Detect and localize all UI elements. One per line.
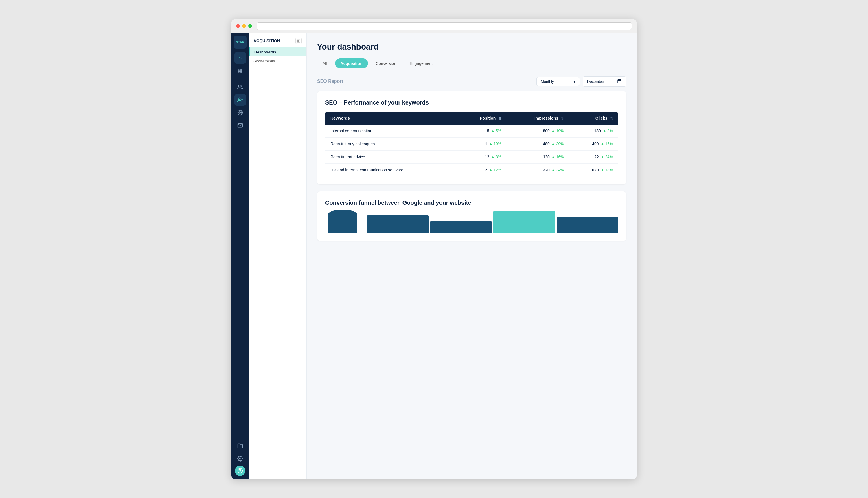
- cell-position: 5 ▲ 5%: [456, 124, 506, 137]
- nav-useradd-icon[interactable]: [234, 94, 246, 106]
- tab-conversion[interactable]: Conversion: [370, 58, 402, 68]
- nav-settings-icon[interactable]: [234, 453, 246, 464]
- tab-all[interactable]: All: [317, 58, 333, 68]
- impressions-change: ▲ 16%: [552, 155, 564, 159]
- nav-divider: [236, 79, 244, 79]
- svg-point-6: [240, 112, 241, 113]
- col-header-position[interactable]: Position ⇅: [456, 112, 506, 124]
- impressions-change: ▲ 24%: [552, 168, 564, 172]
- seo-table-body: Internal communication 5 ▲ 5% 800 ▲ 10% …: [325, 124, 618, 176]
- nav-users-icon[interactable]: [234, 81, 246, 93]
- seo-table: Keywords Position ⇅ Impressions ⇅: [325, 112, 618, 176]
- sort-position-icon: ⇅: [499, 117, 501, 120]
- address-bar[interactable]: [257, 22, 632, 30]
- cell-clicks: 22 ▲ 24%: [569, 150, 618, 163]
- table-header-row: Keywords Position ⇅ Impressions ⇅: [325, 112, 618, 124]
- cell-clicks: 400 ▲ 16%: [569, 137, 618, 150]
- clicks-change: ▲ 24%: [601, 155, 613, 159]
- position-change: ▲ 8%: [491, 155, 501, 159]
- impressions-change: ▲ 10%: [552, 129, 564, 133]
- cell-keyword: Recruit funny colleagues: [325, 137, 456, 150]
- cell-impressions: 800 ▲ 10%: [506, 124, 569, 137]
- frequency-value: Monthly: [541, 79, 554, 84]
- svg-point-0: [239, 85, 241, 87]
- clicks-change: ▲ 18%: [601, 168, 613, 172]
- close-dot[interactable]: [236, 24, 240, 28]
- maximize-dot[interactable]: [248, 24, 252, 28]
- cell-position: 1 ▲ 10%: [456, 137, 506, 150]
- minimize-dot[interactable]: [242, 24, 246, 28]
- seo-section-title: SEO Report: [317, 79, 343, 84]
- cell-clicks: 620 ▲ 18%: [569, 163, 618, 176]
- nav-mail-icon[interactable]: [234, 120, 246, 131]
- tab-engagement[interactable]: Engagement: [404, 58, 438, 68]
- calendar-icon: [617, 79, 622, 84]
- position-change: ▲ 5%: [491, 129, 501, 133]
- sidebar-item-dashboards[interactable]: Dashboards: [249, 48, 307, 56]
- cell-keyword: Recruitment advice: [325, 150, 456, 163]
- nav-folder-icon[interactable]: [234, 440, 246, 452]
- col-header-clicks[interactable]: Clicks ⇅: [569, 112, 618, 124]
- icon-nav: STAR ⌂ ▦: [231, 33, 249, 479]
- seo-card-title: SEO – Performance of your keywords: [325, 99, 618, 106]
- funnel-chart: [325, 210, 360, 233]
- col-header-keywords: Keywords: [325, 112, 456, 124]
- frequency-dropdown[interactable]: Monthly ▾: [537, 77, 580, 86]
- nav-profile-icon[interactable]: [235, 466, 245, 476]
- impressions-change: ▲ 20%: [552, 142, 564, 146]
- conversion-card-title: Conversion funnel between Google and you…: [325, 199, 618, 206]
- app-layout: STAR ⌂ ▦: [231, 33, 637, 479]
- svg-point-5: [239, 111, 242, 114]
- sidebar-title: ACQUISITION ◧: [249, 38, 307, 48]
- seo-keywords-card: SEO – Performance of your keywords Keywo…: [317, 91, 626, 184]
- seo-report-header: SEO Report Monthly ▾ December: [317, 76, 626, 87]
- svg-rect-10: [618, 79, 621, 83]
- clicks-change: ▲ 8%: [603, 129, 613, 133]
- cell-position: 12 ▲ 8%: [456, 150, 506, 163]
- cell-impressions: 1220 ▲ 24%: [506, 163, 569, 176]
- table-row: Internal communication 5 ▲ 5% 800 ▲ 10% …: [325, 124, 618, 137]
- sidebar-collapse-button[interactable]: ◧: [295, 38, 302, 44]
- nav-home-icon[interactable]: ⌂: [234, 52, 246, 64]
- chevron-down-icon: ▾: [573, 79, 575, 84]
- sort-impressions-icon: ⇅: [561, 117, 564, 120]
- nav-dashboard-icon[interactable]: ▦: [234, 65, 246, 76]
- cell-impressions: 480 ▲ 20%: [506, 137, 569, 150]
- sidebar-item-social-media[interactable]: Social media: [249, 56, 307, 65]
- app-logo: STAR: [234, 36, 246, 49]
- clicks-change: ▲ 16%: [601, 142, 613, 146]
- browser-toolbar: [231, 19, 637, 33]
- svg-point-9: [240, 469, 241, 471]
- date-dropdown[interactable]: December: [583, 76, 626, 87]
- cell-keyword: Internal communication: [325, 124, 456, 137]
- cell-clicks: 180 ▲ 8%: [569, 124, 618, 137]
- position-change: ▲ 12%: [489, 168, 501, 172]
- conversion-card: Conversion funnel between Google and you…: [317, 192, 626, 241]
- table-row: Recruit funny colleagues 1 ▲ 10% 480 ▲ 2…: [325, 137, 618, 150]
- table-row: HR and internal communication software 2…: [325, 163, 618, 176]
- svg-point-1: [239, 97, 241, 100]
- col-header-impressions[interactable]: Impressions ⇅: [506, 112, 569, 124]
- sort-clicks-icon: ⇅: [610, 117, 613, 120]
- cell-impressions: 130 ▲ 16%: [506, 150, 569, 163]
- icon-nav-bottom: [234, 440, 246, 479]
- date-value: December: [587, 79, 605, 84]
- sidebar: ACQUISITION ◧ Dashboards Social media: [249, 33, 307, 479]
- tab-bar: All Acquisition Conversion Engagement: [317, 58, 626, 68]
- position-change: ▲ 10%: [489, 142, 501, 146]
- table-row: Recruitment advice 12 ▲ 8% 130 ▲ 16% 22 …: [325, 150, 618, 163]
- svg-point-7: [240, 458, 241, 459]
- funnel-area: [325, 210, 618, 233]
- cell-keyword: HR and internal communication software: [325, 163, 456, 176]
- browser-window: STAR ⌂ ▦: [231, 19, 637, 479]
- bar-chart: [367, 210, 618, 233]
- cell-position: 2 ▲ 12%: [456, 163, 506, 176]
- section-controls: Monthly ▾ December: [537, 76, 626, 87]
- page-title: Your dashboard: [317, 42, 626, 52]
- nav-target-icon[interactable]: [234, 107, 246, 118]
- main-content: Your dashboard All Acquisition Conversio…: [307, 33, 637, 479]
- tab-acquisition[interactable]: Acquisition: [335, 58, 368, 68]
